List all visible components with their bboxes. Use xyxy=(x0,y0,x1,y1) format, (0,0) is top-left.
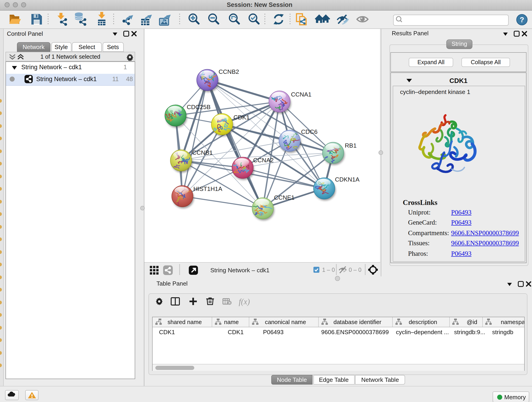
svg-text:P06493: P06493 xyxy=(263,328,284,335)
svg-text:CCNB1: CCNB1 xyxy=(192,149,213,156)
svg-text:0 – 0: 0 – 0 xyxy=(349,267,361,273)
svg-text:database identifier: database identifier xyxy=(333,319,381,325)
svg-text:String Network – cdk1: String Network – cdk1 xyxy=(210,267,269,274)
svg-text:RB1: RB1 xyxy=(345,142,356,149)
svg-text:stringdb: stringdb xyxy=(492,328,513,335)
svg-text:stringdb:9...: stringdb:9... xyxy=(454,328,485,335)
svg-text:shared name: shared name xyxy=(167,319,202,325)
svg-text:1 – 0: 1 – 0 xyxy=(322,267,335,273)
svg-text:canonical name: canonical name xyxy=(265,319,306,325)
svg-text:CDC25B: CDC25B xyxy=(187,104,210,110)
svg-text:CDC6: CDC6 xyxy=(301,128,317,135)
svg-text:CDK1: CDK1 xyxy=(159,328,175,335)
svg-text:9606.ENSP00000378699: 9606.ENSP00000378699 xyxy=(321,328,389,335)
svg-text:CCNB2: CCNB2 xyxy=(219,68,239,75)
svg-text:CDKN1A: CDKN1A xyxy=(335,176,360,183)
svg-text:cyclin–dependent ...: cyclin–dependent ... xyxy=(396,328,449,335)
svg-text:CCNA1: CCNA1 xyxy=(291,91,311,98)
svg-text:CCNA2: CCNA2 xyxy=(253,157,273,164)
svg-text:CCNE1: CCNE1 xyxy=(274,194,294,201)
svg-text:namespace: namespace xyxy=(501,319,524,325)
svg-text:?: ? xyxy=(520,16,524,24)
svg-text:f(x): f(x) xyxy=(239,297,250,306)
svg-text:CDK1: CDK1 xyxy=(228,328,244,335)
svg-text:CDK1: CDK1 xyxy=(234,114,249,121)
svg-text:name: name xyxy=(224,319,239,325)
svg-text:description: description xyxy=(409,319,437,325)
svg-text:HIST1H1A: HIST1H1A xyxy=(193,185,222,192)
svg-text:@id: @id xyxy=(467,319,477,325)
